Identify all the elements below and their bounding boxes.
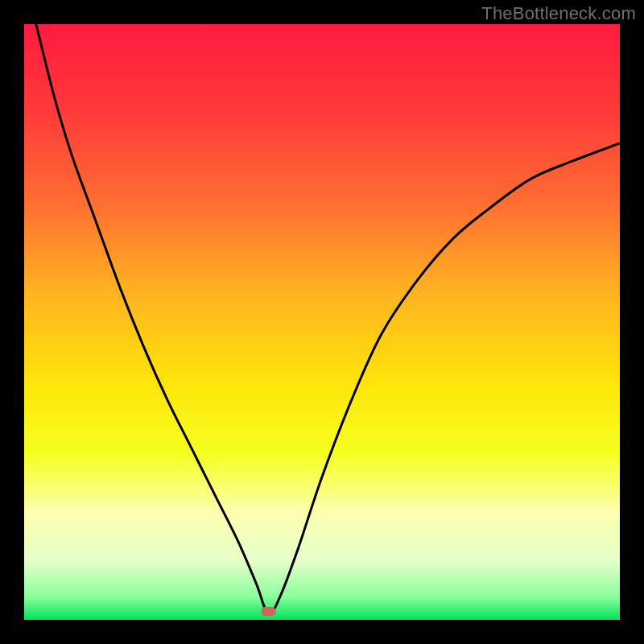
optimum-marker bbox=[261, 607, 275, 616]
gradient-background bbox=[24, 24, 620, 620]
chart-frame: TheBottleneck.com bbox=[0, 0, 644, 644]
watermark-text: TheBottleneck.com bbox=[481, 3, 636, 24]
plot-area bbox=[24, 24, 620, 620]
chart-svg bbox=[24, 24, 620, 620]
